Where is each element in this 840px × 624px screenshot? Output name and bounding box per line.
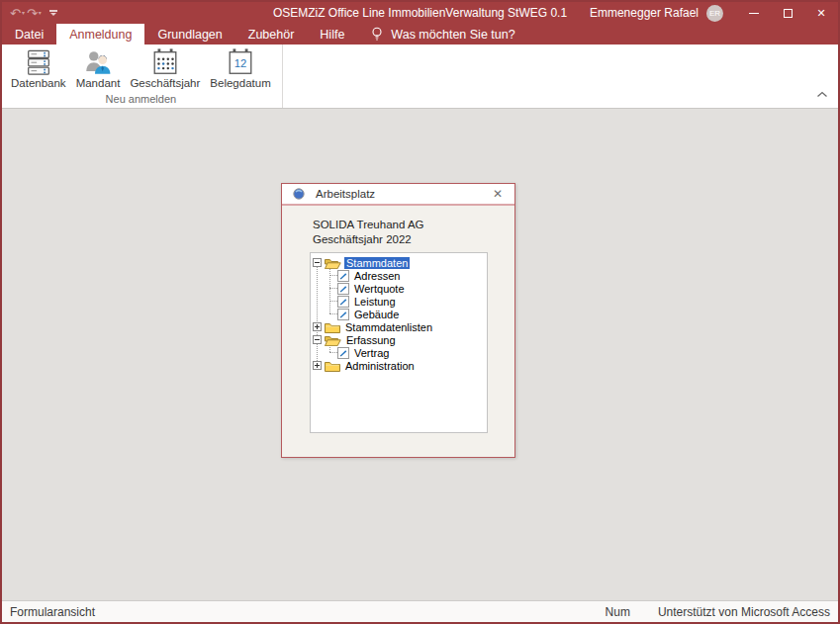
ribbon: Datenbank Mandant — [2, 45, 838, 109]
redo-icon: ↷ — [27, 7, 38, 20]
customize-caret-icon — [50, 13, 56, 16]
form-icon — [337, 283, 349, 295]
tree-connector — [329, 313, 337, 314]
tree-item-label[interactable]: Vertrag — [352, 347, 391, 359]
undo-icon: ↶ — [10, 7, 21, 20]
statusbar-right: Num Unterstützt von Microsoft Access — [606, 605, 830, 619]
ribbon-group-neu-anmelden: Datenbank Mandant — [2, 45, 283, 108]
form-icon — [337, 309, 349, 320]
maximize-button[interactable] — [771, 2, 804, 24]
tree-item-stammdaten[interactable]: Stammdaten — [325, 256, 410, 269]
tree-item-label[interactable]: Leistung — [352, 296, 398, 308]
titlebar: ↶▾ ↷▾ OSEMZiZ Office Line ImmobilienVerw… — [2, 2, 838, 24]
status-num-indicator: Num — [606, 605, 630, 619]
tree-item-administration[interactable]: Administration — [325, 359, 417, 372]
folder-closed-icon — [325, 360, 340, 372]
tree-item-gebaeude[interactable]: Gebäude — [337, 308, 401, 320]
tree-connector — [329, 345, 330, 352]
tree-item-wertquote[interactable]: Wertquote — [337, 282, 407, 295]
application-window: ↶▾ ↷▾ OSEMZiZ Office Line ImmobilienVerw… — [0, 0, 840, 624]
form-icon — [337, 296, 349, 308]
fiscal-year: Geschäftsjahr 2022 — [313, 233, 412, 245]
close-button[interactable]: ✕ — [804, 2, 838, 24]
dialog-body: SOLIDA Treuhand AG Geschäftsjahr 2022 St… — [282, 206, 514, 457]
tell-me-label: Was möchten Sie tun? — [391, 28, 514, 42]
ribbon-tab-row: Datei Anmeldung Grundlagen Zubehör Hilfe… — [2, 24, 838, 45]
database-icon — [24, 47, 53, 77]
tree-connector — [317, 262, 318, 365]
tree-item-label[interactable]: Gebäude — [352, 309, 401, 320]
tree-connector — [329, 352, 337, 353]
undo-button[interactable]: ↶▾ — [10, 7, 25, 20]
dialog-close-button[interactable]: ✕ — [490, 187, 506, 201]
geschaeftsjahr-label: Geschäftsjahr — [130, 77, 200, 89]
tree-connector — [329, 288, 337, 289]
datenbank-label: Datenbank — [11, 77, 66, 89]
tree-item-vertrag[interactable]: Vertrag — [337, 346, 391, 359]
tree-item-adressen[interactable]: Adressen — [337, 269, 402, 282]
chevron-up-icon — [816, 91, 828, 98]
expand-toggle-stammdatenlisten[interactable] — [313, 322, 322, 331]
tree-connector — [329, 301, 337, 302]
geschaeftsjahr-button[interactable]: Geschäftsjahr — [125, 45, 205, 92]
tree-item-erfassung[interactable]: Erfassung — [325, 333, 398, 346]
expand-toggle-administration[interactable] — [313, 361, 322, 370]
tree-item-label[interactable]: Stammdaten — [344, 257, 410, 269]
status-powered-by: Unterstützt von Microsoft Access — [658, 605, 830, 619]
tab-hilfe[interactable]: Hilfe — [307, 24, 357, 45]
tree-item-label[interactable]: Wertquote — [352, 283, 407, 295]
dialog-form-icon — [293, 188, 305, 200]
maximize-icon — [784, 9, 793, 18]
ribbon-group-label: Neu anmelden — [6, 92, 276, 108]
lightbulb-icon — [371, 27, 383, 42]
tree-item-label[interactable]: Adressen — [352, 270, 402, 282]
folder-open-icon — [325, 257, 341, 269]
minimize-button[interactable] — [737, 2, 771, 24]
calendar-date-icon: 12 — [226, 47, 255, 77]
calendar-day-text: 12 — [234, 57, 247, 69]
tab-zubehoer[interactable]: Zubehör — [235, 24, 308, 45]
titlebar-right: Emmenegger Rafael ER ✕ — [590, 2, 838, 24]
folder-closed-icon — [325, 321, 340, 333]
ribbon-collapse-button[interactable] — [816, 84, 828, 102]
tell-me-button[interactable]: Was möchten Sie tun? — [361, 24, 524, 45]
belegdatum-button[interactable]: 12 Belegdatum — [205, 45, 275, 92]
user-avatar[interactable]: ER — [706, 5, 723, 22]
arbeitsplatz-dialog: Arbeitsplatz ✕ SOLIDA Treuhand AG Geschä… — [281, 183, 515, 458]
expand-toggle-stammdaten[interactable] — [313, 258, 322, 267]
dialog-titlebar[interactable]: Arbeitsplatz ✕ — [282, 184, 514, 206]
mandant-label: Mandant — [76, 77, 121, 89]
datenbank-button[interactable]: Datenbank — [6, 45, 71, 92]
form-icon — [337, 270, 349, 282]
customize-quick-access-button[interactable] — [49, 10, 57, 16]
expand-toggle-erfassung[interactable] — [313, 335, 322, 344]
customize-bar-icon — [49, 10, 57, 12]
tab-grundlagen[interactable]: Grundlagen — [144, 24, 234, 45]
tree-item-label[interactable]: Stammdatenlisten — [343, 321, 434, 333]
tree-item-leistung[interactable]: Leistung — [337, 295, 398, 308]
belegdatum-label: Belegdatum — [210, 77, 270, 89]
redo-button[interactable]: ↷▾ — [27, 7, 42, 20]
tree-item-label[interactable]: Erfassung — [344, 334, 398, 346]
ribbon-group-buttons: Datenbank Mandant — [6, 45, 276, 92]
users-icon — [83, 47, 113, 77]
status-view-label: Formularansicht — [10, 605, 95, 619]
tab-datei[interactable]: Datei — [2, 24, 56, 45]
redo-dropdown-icon: ▾ — [39, 10, 42, 16]
calendar-grid-icon — [150, 47, 180, 77]
dialog-title: Arbeitsplatz — [316, 188, 375, 200]
tree-connector — [329, 275, 337, 276]
user-name[interactable]: Emmenegger Rafael — [590, 6, 699, 20]
close-icon: ✕ — [816, 8, 825, 19]
company-name: SOLIDA Treuhand AG — [313, 219, 424, 230]
tree-item-label[interactable]: Administration — [343, 360, 417, 372]
minimize-icon — [749, 13, 759, 14]
mandant-button[interactable]: Mandant — [71, 45, 126, 92]
tree-view[interactable]: Stammdaten Adressen Wertquote Leistung — [310, 252, 488, 433]
form-icon — [337, 347, 349, 359]
tree-item-stammdatenlisten[interactable]: Stammdatenlisten — [325, 320, 434, 333]
tab-anmeldung[interactable]: Anmeldung — [56, 24, 144, 45]
quick-access-toolbar: ↶▾ ↷▾ — [2, 7, 57, 20]
undo-dropdown-icon: ▾ — [22, 10, 25, 16]
statusbar: Formularansicht Num Unterstützt von Micr… — [2, 600, 838, 622]
